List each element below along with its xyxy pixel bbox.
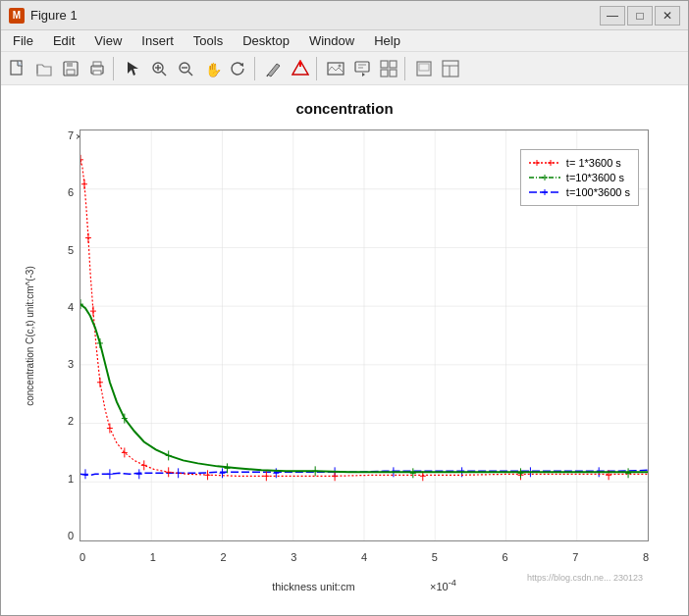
- svg-point-21: [339, 64, 342, 67]
- tb-zoom-out[interactable]: [173, 56, 198, 81]
- svg-marker-7: [128, 62, 138, 76]
- tb-pan[interactable]: ✋: [199, 56, 225, 81]
- toolbar-separator-1: [113, 57, 117, 80]
- legend-item-1: t= 1*3600 s: [529, 157, 630, 169]
- menu-edit[interactable]: Edit: [45, 31, 82, 50]
- menu-file[interactable]: File: [5, 31, 41, 50]
- svg-rect-26: [381, 61, 388, 68]
- minimize-button[interactable]: —: [600, 6, 625, 26]
- window-title: Figure 1: [30, 8, 600, 23]
- chart-legend: t= 1*3600 s t=10*3600 s: [520, 149, 639, 206]
- title-bar: M Figure 1 — □ ✕: [1, 1, 688, 30]
- main-window: M Figure 1 — □ ✕ File Edit View Insert T…: [0, 0, 689, 616]
- legend-label-2: t=10*3600 s: [566, 172, 624, 183]
- toolbar-separator-4: [404, 57, 408, 80]
- menu-window[interactable]: Window: [301, 31, 362, 50]
- svg-line-13: [188, 72, 192, 76]
- tb-rotate[interactable]: [226, 56, 251, 81]
- toolbar: ✋: [1, 52, 688, 85]
- toolbar-separator-3: [316, 57, 320, 80]
- tb-print[interactable]: [84, 56, 110, 81]
- y-ticks: 7 6 5 4 3 2 1 0: [30, 129, 74, 541]
- svg-rect-0: [11, 61, 22, 75]
- tb-grid[interactable]: [376, 56, 401, 81]
- chart-title: concentration: [21, 100, 668, 117]
- tb-figure[interactable]: [411, 56, 437, 81]
- svg-line-17: [267, 75, 268, 77]
- menu-help[interactable]: Help: [366, 31, 408, 50]
- svg-rect-6: [93, 71, 101, 75]
- toolbar-separator-2: [254, 57, 258, 80]
- tb-data-cursor[interactable]: [349, 56, 375, 81]
- menu-tools[interactable]: Tools: [186, 31, 231, 50]
- legend-label-1: t= 1*3600 s: [566, 157, 621, 169]
- legend-line-2: [529, 173, 560, 182]
- legend-line-3: [529, 187, 560, 197]
- svg-rect-32: [443, 61, 458, 77]
- tb-open[interactable]: [31, 56, 57, 81]
- svg-line-9: [162, 72, 166, 76]
- maximize-button[interactable]: □: [627, 6, 653, 26]
- legend-line-1: [529, 158, 560, 168]
- watermark: https://blog.csdn.ne... 230123: [527, 573, 643, 583]
- tb-zoom-in[interactable]: [146, 56, 172, 81]
- svg-rect-2: [67, 62, 73, 67]
- tb-arrow[interactable]: [120, 56, 145, 81]
- menu-view[interactable]: View: [86, 31, 130, 50]
- svg-rect-31: [419, 64, 429, 71]
- legend-label-3: t=100*3600 s: [566, 186, 630, 198]
- svg-rect-22: [355, 62, 369, 72]
- plot-area: concentration ×1020 concentration C(c,t)…: [1, 85, 688, 615]
- svg-text:✋: ✋: [205, 62, 221, 77]
- tb-save[interactable]: [58, 56, 83, 81]
- svg-marker-25: [362, 73, 365, 77]
- tb-panel[interactable]: [438, 56, 463, 81]
- window-controls: — □ ✕: [600, 6, 680, 26]
- menu-desktop[interactable]: Desktop: [235, 31, 297, 50]
- tb-color[interactable]: [288, 56, 313, 81]
- svg-rect-3: [67, 70, 75, 75]
- legend-item-2: t=10*3600 s: [529, 172, 630, 183]
- figure-bg: concentration ×1020 concentration C(c,t)…: [21, 100, 668, 600]
- app-icon: M: [9, 8, 25, 24]
- x-ticks: 0 1 2 3 4 5 6 7 8: [80, 551, 649, 563]
- svg-rect-28: [381, 70, 388, 77]
- menu-bar: File Edit View Insert Tools Desktop Wind…: [1, 30, 688, 52]
- legend-item-3: t=100*3600 s: [529, 186, 630, 198]
- tb-new[interactable]: [5, 56, 30, 81]
- tb-brush[interactable]: [261, 56, 287, 81]
- tb-insert-img[interactable]: [323, 56, 348, 81]
- close-button[interactable]: ✕: [655, 6, 680, 26]
- menu-insert[interactable]: Insert: [133, 31, 182, 50]
- svg-rect-29: [390, 70, 397, 77]
- svg-rect-27: [390, 61, 397, 68]
